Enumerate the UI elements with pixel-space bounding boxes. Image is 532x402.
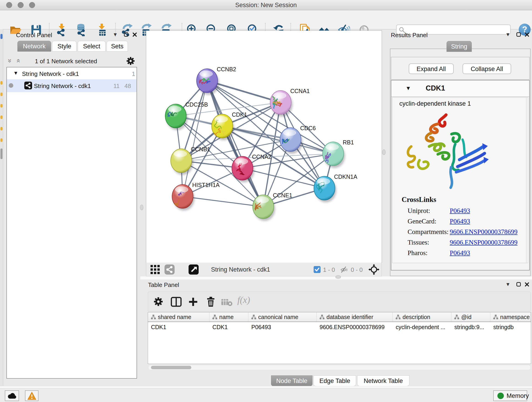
- network-node-CDKN1A[interactable]: CDKN1A: [314, 173, 357, 202]
- column-header-shared-name[interactable]: shared name: [148, 313, 209, 322]
- table-cell[interactable]: stringdb:9...: [451, 324, 490, 331]
- pan-crosshair-icon[interactable]: [368, 264, 380, 275]
- network-node-CCNB2[interactable]: CCNB2: [196, 66, 236, 95]
- column-type-icon: [251, 314, 256, 319]
- network-node-CCNE1[interactable]: CCNE1: [253, 192, 292, 221]
- network-node-label: CCNA2: [252, 153, 272, 160]
- column-type-icon: [493, 314, 498, 319]
- crosslink-value-link[interactable]: P06493: [450, 249, 470, 257]
- table-cell[interactable]: 9606.ENSP00000378699: [317, 324, 393, 331]
- table-panel-menu-icon[interactable]: ▼: [505, 281, 510, 287]
- network-node-CDC25B[interactable]: CDC25B: [165, 101, 208, 130]
- network-edge-CCNB2-HIST1H1A[interactable]: [183, 81, 207, 196]
- column-header-database-identifier[interactable]: database identifier: [317, 313, 393, 322]
- table-cell[interactable]: cyclin-dependent ...: [393, 324, 451, 331]
- control-panel-menu-icon[interactable]: ▼: [113, 32, 118, 38]
- crosslink-value-link[interactable]: 9606.ENSP00000378699: [450, 228, 518, 236]
- hidden-eye-icon[interactable]: [340, 265, 349, 274]
- tab-string[interactable]: String: [447, 41, 472, 52]
- cloud-icon: [7, 392, 17, 399]
- network-mode-icon[interactable]: [165, 264, 175, 274]
- results-scrollbar[interactable]: [526, 98, 529, 263]
- results-panel-menu-icon[interactable]: ▼: [505, 32, 510, 38]
- column-type-icon: [454, 314, 459, 319]
- tab-node-table[interactable]: Node Table: [271, 375, 312, 386]
- column-header--id[interactable]: @id: [451, 313, 490, 322]
- import-table-file-icon[interactable]: [95, 23, 108, 36]
- string-network-icon: [24, 82, 32, 89]
- table-cell[interactable]: stringdb: [490, 324, 531, 331]
- tab-sets[interactable]: Sets: [107, 41, 128, 51]
- crosslink-label: GeneCard:: [408, 217, 437, 225]
- network-node-CDK1[interactable]: CDK1: [212, 111, 247, 140]
- network-edge-HIST1H1A-CCNE1[interactable]: [183, 196, 263, 207]
- add-column-icon[interactable]: [189, 297, 198, 306]
- results-panel-close-icon[interactable]: [525, 32, 529, 37]
- crosslink-value-link[interactable]: 9606.ENSP00000378699: [450, 239, 518, 246]
- grid-mode-icon[interactable]: [150, 264, 160, 274]
- network-node-CCNB1[interactable]: CCNB1: [171, 146, 210, 175]
- tab-network[interactable]: Network: [17, 41, 51, 51]
- memory-label: Memory: [507, 392, 529, 400]
- warning-icon: [27, 392, 36, 400]
- control-panel-close-icon[interactable]: [133, 32, 137, 37]
- table-hscrollbar-track[interactable]: [148, 365, 531, 370]
- memory-button[interactable]: Memory: [493, 390, 527, 401]
- crosslink-value-link[interactable]: P06493: [450, 217, 470, 225]
- column-type-icon: [212, 314, 217, 319]
- crosslink-row: Pharos:P06493: [393, 249, 528, 260]
- crosslink-value-link[interactable]: P06493: [450, 207, 470, 215]
- network-node-CCNA1[interactable]: CCNA1: [270, 88, 310, 117]
- network-node-count: 11: [110, 83, 120, 89]
- import-network-file-icon[interactable]: [56, 23, 68, 36]
- right-splitter-knob[interactable]: [382, 149, 386, 155]
- import-network-database-icon[interactable]: [75, 23, 88, 36]
- network-node-CDC6[interactable]: CDC6: [280, 125, 316, 154]
- left-splitter-knob[interactable]: [140, 205, 143, 210]
- window-edge-strip: [0, 29, 3, 386]
- table-gear-icon[interactable]: [153, 297, 163, 307]
- protein-structure-image: [404, 112, 491, 193]
- network-node-label: CDC25B: [185, 101, 208, 108]
- network-row-selected[interactable]: String Network - cdk1 11 48: [7, 79, 137, 92]
- column-header-canonical-name[interactable]: canonical name: [248, 313, 317, 322]
- network-canvas[interactable]: CCNB2CCNA1CDC25BCDK1CDC6RB1CCNB1CCNA2CDK…: [146, 31, 382, 263]
- results-panel-float-icon[interactable]: [516, 32, 521, 37]
- network-collection-row[interactable]: ▼ String Network - cdk1 1: [7, 67, 137, 79]
- section-expander-icon[interactable]: ▼: [405, 85, 411, 91]
- column-header-namespace[interactable]: namespace: [490, 313, 531, 322]
- table-cell[interactable]: CDK1: [209, 324, 248, 331]
- table-panel-float-icon[interactable]: [516, 282, 521, 287]
- selected-checkbox-icon[interactable]: [314, 266, 321, 273]
- collection-expander-icon[interactable]: ▼: [13, 70, 18, 76]
- table-row[interactable]: CDK1CDK1P064939606.ENSP00000378699cyclin…: [148, 322, 531, 332]
- table-hscrollbar-thumb[interactable]: [151, 366, 191, 369]
- network-options-gear-icon[interactable]: [126, 56, 135, 65]
- hidden-count: 0 - 0: [351, 266, 363, 274]
- tab-style[interactable]: Style: [52, 41, 76, 51]
- application-window: Session: New Session: [0, 0, 532, 402]
- delete-column-trash-icon[interactable]: [206, 296, 216, 307]
- collapse-all-button[interactable]: Collapse All: [462, 64, 511, 74]
- tab-network-table[interactable]: Network Table: [357, 375, 409, 386]
- warning-button[interactable]: [25, 390, 38, 401]
- cloud-button[interactable]: [5, 390, 19, 401]
- table-cell[interactable]: CDK1: [148, 324, 209, 331]
- network-node-HIST1H1A[interactable]: HIST1H1A: [172, 182, 220, 211]
- expand-all-button[interactable]: Expand All: [409, 64, 454, 74]
- column-header-description[interactable]: description: [393, 313, 451, 322]
- network-node-RB1[interactable]: RB1: [323, 139, 354, 168]
- show-columns-icon[interactable]: [171, 297, 182, 307]
- control-panel-float-icon[interactable]: [124, 32, 128, 37]
- table-cell[interactable]: P06493: [248, 324, 317, 331]
- crosslink-label: Compartments:: [408, 228, 449, 236]
- table-panel-close-icon[interactable]: [525, 282, 529, 287]
- network-node-label: CCNA1: [290, 88, 310, 94]
- column-header-name[interactable]: name: [209, 313, 248, 322]
- tab-edge-table[interactable]: Edge Table: [313, 375, 356, 386]
- network-node-CCNA2[interactable]: CCNA2: [232, 153, 272, 182]
- birdseye-toggle-icon[interactable]: [189, 264, 199, 274]
- results-section-header[interactable]: ▼ CDK1: [391, 80, 529, 97]
- tab-select[interactable]: Select: [78, 41, 106, 51]
- bottom-splitter-knob[interactable]: [336, 275, 341, 279]
